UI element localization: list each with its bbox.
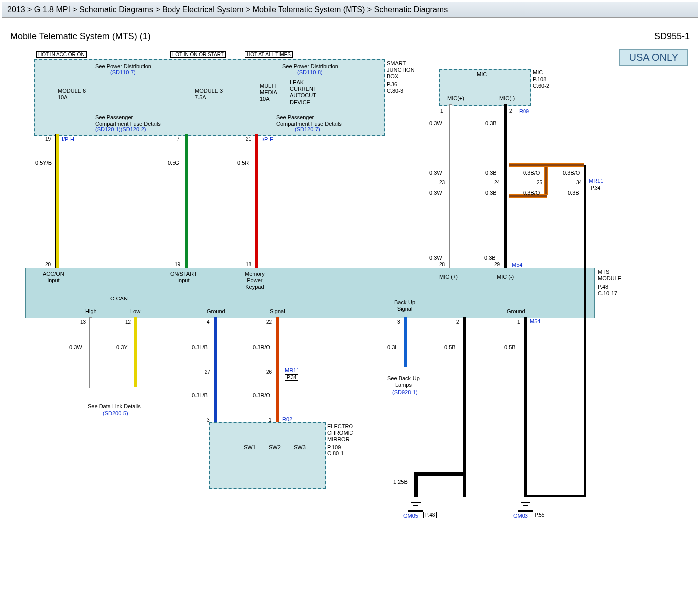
ground-gm03-icon — [518, 498, 533, 512]
w03b-2: 0.3B — [485, 170, 497, 176]
pin-28: 28 — [439, 262, 445, 267]
sw3: SW3 — [294, 444, 306, 450]
power-dist-2-ref: (SD110-8) — [297, 69, 323, 75]
wire-can-l — [134, 317, 137, 387]
pin-4: 4 — [207, 319, 210, 325]
w03bo-2: 0.3B/O — [523, 190, 540, 196]
pin-23: 23 — [439, 180, 445, 185]
sw2: SW2 — [269, 444, 281, 450]
wire-l — [404, 317, 407, 367]
w03y-can: 0.3Y — [116, 344, 128, 351]
w03w-3: 0.3W — [429, 190, 442, 196]
passenger-2: See Passenger Compartment Fuse Details — [276, 114, 342, 127]
mic-plus: MIC(+) — [447, 95, 464, 102]
input-on: ON/START Input — [170, 271, 197, 284]
wire-gnd2 — [524, 317, 527, 497]
dlink-ref: (SD200-5) — [103, 410, 128, 416]
w125b: 1.25B — [393, 479, 408, 485]
diagram-code: SD955-1 — [654, 31, 690, 42]
m54-bot: M54 — [530, 318, 540, 324]
w03ro-1: 0.3R/O — [253, 344, 270, 351]
pin-7: 7 — [177, 136, 180, 142]
r09-label: R09 — [519, 108, 529, 114]
module-3: MODULE 3 7.5A — [195, 88, 223, 101]
wire-yb — [55, 134, 59, 268]
hot-all-times-label: HOT AT ALL TIMES — [245, 51, 293, 58]
p55-tag: P.55 — [533, 512, 546, 518]
input-micp: MIC (+) — [439, 274, 458, 280]
mts-module-label: MTS MODULE — [598, 269, 621, 282]
w03b-1: 0.3B — [485, 120, 497, 127]
input-acc: ACC/ON Input — [43, 271, 64, 284]
multimedia: MULTI MEDIA 10A — [260, 83, 277, 103]
wire-can-h — [89, 317, 92, 388]
pin-2b: 2 — [456, 319, 459, 325]
w03bo-3: 0.3B/O — [563, 170, 580, 176]
ecm-ref: P.109 C.80-1 — [327, 444, 344, 457]
w03w-1: 0.3W — [429, 120, 442, 127]
w03b-3: 0.3B — [485, 190, 497, 196]
passenger-2-ref: (SD120-7) — [295, 126, 320, 132]
m54-top: M54 — [512, 262, 522, 268]
mr11-top: MR11 — [589, 178, 603, 184]
diagram-container: Mobile Telematic System (MTS) (1) SD955-… — [5, 28, 695, 534]
pin-1-mic: 1 — [440, 108, 443, 114]
pin-25: 25 — [537, 180, 542, 185]
w03b-4: 0.3B — [484, 255, 496, 261]
hot-on-start-label: HOT IN ON OR START — [170, 51, 226, 58]
wire-gnd1 — [463, 317, 466, 497]
wire-shield-dn — [584, 195, 586, 497]
w03w-2: 0.3W — [429, 170, 442, 176]
pin-13: 13 — [80, 319, 86, 325]
diagram-titlebar: Mobile Telematic System (MTS) (1) SD955-… — [5, 28, 695, 45]
diagram-title: Mobile Telematic System (MTS) (1) — [10, 31, 151, 42]
bulamps: See Back-Up Lamps — [387, 375, 420, 388]
low-label: Low — [130, 308, 140, 315]
sjb-label: SMART JUNCTION BOX — [387, 60, 415, 80]
wire-r-label: 0.5R — [237, 160, 249, 166]
passenger-1: See Passenger Compartment Fuse Details — [95, 114, 161, 127]
w03ro-2: 0.3R/O — [253, 392, 270, 399]
wire-yb-label: 0.5Y/B — [35, 160, 52, 166]
wire-micp — [449, 104, 452, 269]
pin-22: 22 — [266, 319, 272, 325]
wire-ro — [276, 317, 279, 422]
pin-1c: 1 — [517, 319, 520, 325]
wire-r — [255, 134, 258, 268]
signal-label: Signal — [270, 308, 285, 315]
mts-module-ref: P.48 C.10-17 — [598, 284, 617, 297]
ground-label-2: Ground — [507, 308, 525, 315]
p48-tag: P.48 — [423, 512, 437, 518]
w05b-2: 0.5B — [504, 344, 516, 351]
wire-shield — [584, 165, 586, 195]
wire-bo-1 — [544, 165, 548, 195]
gm03-label: GM03 — [513, 513, 528, 519]
wire-g-label: 0.5G — [168, 160, 179, 166]
bulamps-ref: (SD928-1) — [392, 389, 418, 395]
hot-acc-on-label: HOT IN ACC OR ON — [36, 51, 87, 58]
wire-shield-h — [526, 495, 585, 497]
wire-gm05-h — [414, 472, 466, 476]
pin-2-mic: 2 — [509, 108, 512, 114]
pin-19b: 19 — [175, 262, 180, 267]
pin-3: 3 — [397, 319, 400, 325]
iph-label: I/P-H — [62, 136, 74, 142]
mr11-bot: MR11 — [285, 367, 299, 373]
dlink-label: See Data Link Details — [88, 403, 141, 410]
mic-label: MIC — [533, 69, 543, 76]
usa-only-badge: USA ONLY — [619, 49, 688, 66]
w03w-can: 0.3W — [69, 344, 82, 351]
pin-29: 29 — [494, 262, 500, 267]
wire-bo-2 — [509, 163, 584, 167]
pin-27: 27 — [205, 369, 210, 375]
mic-title: MIC — [477, 71, 487, 78]
mic-minus: MIC(-) — [499, 95, 515, 102]
ipf-label: I/P-F — [261, 136, 273, 142]
r02-label: R02 — [282, 416, 292, 422]
ecm-label: ELECTRO CHROMIC MIRROR — [327, 423, 353, 443]
passenger-1-ref: (SD120-1)(SD120-2) — [95, 126, 146, 132]
w03lb-1: 0.3L/B — [192, 344, 208, 351]
input-mem: Memory Power Keypad — [245, 271, 265, 291]
w03w-4: 0.3W — [429, 255, 442, 261]
ground-gm05-icon — [408, 498, 423, 512]
